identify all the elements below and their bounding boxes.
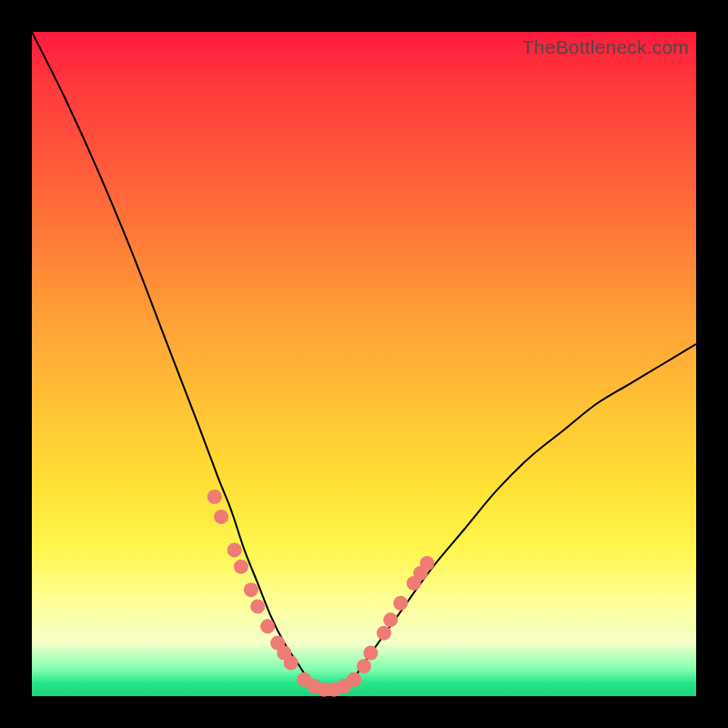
curve-marker (250, 599, 265, 613)
bottleneck-curve (32, 32, 696, 691)
curve-marker (420, 556, 434, 571)
curve-marker (383, 612, 398, 627)
curve-marker (234, 560, 248, 574)
curve-marker (207, 490, 222, 504)
curve-markers (207, 490, 435, 697)
curve-marker (377, 626, 391, 641)
curve-marker (214, 510, 228, 524)
curve-marker (347, 672, 361, 687)
curve-marker (244, 582, 258, 597)
curve-marker (284, 656, 298, 671)
bottleneck-curve-svg (32, 32, 696, 696)
curve-marker (260, 619, 275, 633)
curve-marker (228, 542, 242, 557)
curve-marker (357, 659, 371, 673)
curve-marker (393, 596, 408, 611)
curve-marker (363, 646, 378, 661)
watermark-text: TheBottleneck.com (522, 36, 689, 58)
chart-frame: TheBottleneck.com (32, 32, 696, 696)
